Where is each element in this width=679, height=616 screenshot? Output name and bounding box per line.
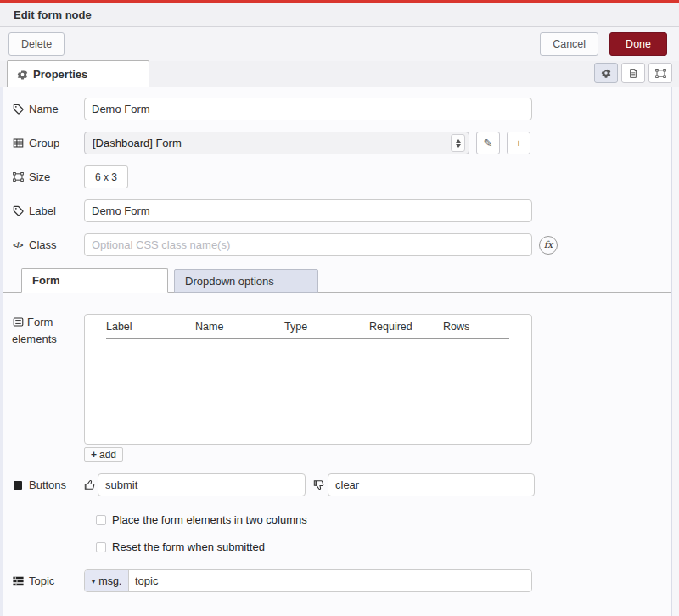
gear-icon bbox=[16, 69, 28, 80]
table-icon bbox=[12, 137, 24, 148]
code-icon: </> bbox=[12, 241, 24, 249]
group-selected-value: [Dashboard] Form bbox=[93, 137, 451, 149]
two-columns-option: Place the form elements in two columns bbox=[96, 513, 679, 526]
reset-form-option: Reset the form when submitted bbox=[96, 540, 679, 553]
list-icon bbox=[12, 316, 24, 328]
tab-properties[interactable]: Properties bbox=[7, 60, 149, 87]
topic-value-input[interactable] bbox=[129, 570, 531, 591]
column-header-name: Name bbox=[195, 321, 284, 333]
label-row: Label bbox=[0, 199, 679, 222]
chevron-down-icon: ▾ bbox=[92, 577, 96, 585]
form-elements-list[interactable]: Label Name Type Required Rows bbox=[84, 314, 532, 445]
dialog-header: Edit form node bbox=[0, 3, 679, 27]
name-row: Name bbox=[0, 98, 679, 120]
reset-form-label: Reset the form when submitted bbox=[112, 540, 265, 553]
tab-form-label: Form bbox=[32, 274, 60, 287]
clear-button-input[interactable] bbox=[328, 473, 535, 496]
name-label-cell: Name bbox=[0, 103, 84, 115]
appearance-icon-button[interactable] bbox=[648, 63, 672, 83]
topic-label: Topic bbox=[29, 574, 54, 587]
delete-button[interactable]: Delete bbox=[8, 32, 65, 56]
tasks-icon bbox=[12, 576, 24, 586]
topic-label-cell: Topic bbox=[0, 574, 84, 587]
editor-tab-bar: Properties bbox=[0, 61, 679, 87]
size-label: Size bbox=[29, 171, 50, 183]
description-icon-button[interactable] bbox=[621, 63, 645, 83]
vertical-scrollbar[interactable] bbox=[671, 87, 679, 616]
header-divider bbox=[106, 338, 509, 339]
column-header-required: Required bbox=[369, 321, 443, 333]
plus-icon: + bbox=[513, 137, 525, 149]
add-group-button[interactable]: + bbox=[507, 132, 530, 154]
editor-tab-tools bbox=[594, 63, 672, 83]
group-label-cell: Group bbox=[0, 137, 84, 149]
class-label: Class bbox=[29, 238, 57, 251]
dialog-button-bar: Delete Cancel Done bbox=[0, 27, 679, 61]
form-elements-header: Label Name Type Required Rows bbox=[85, 321, 531, 333]
two-columns-label: Place the form elements in two columns bbox=[112, 513, 307, 526]
cancel-button[interactable]: Cancel bbox=[540, 32, 598, 56]
group-label: Group bbox=[29, 137, 59, 149]
fx-badge[interactable]: fx bbox=[539, 236, 558, 255]
topic-typed-input: ▾ msg. bbox=[84, 569, 532, 592]
form-subtab-bar: Form Dropdown options bbox=[0, 268, 679, 293]
group-select[interactable]: [Dashboard] Form bbox=[84, 132, 469, 154]
thumbs-up-icon bbox=[84, 479, 97, 491]
tab-dropdown-options-label: Dropdown options bbox=[185, 275, 274, 288]
form-elements-row: Form elements Label Name Type Required R… bbox=[0, 314, 679, 445]
square-icon bbox=[12, 481, 24, 490]
class-row: </> Class fx bbox=[0, 233, 679, 256]
object-group-icon bbox=[654, 68, 666, 79]
gear-icon bbox=[600, 68, 612, 78]
label-label-cell: Label bbox=[0, 204, 84, 217]
add-element-label: add bbox=[99, 449, 116, 461]
submit-button-input[interactable] bbox=[98, 473, 306, 496]
column-header-label: Label bbox=[106, 321, 195, 333]
done-button[interactable]: Done bbox=[609, 32, 667, 56]
size-button[interactable]: 6 x 3 bbox=[84, 165, 128, 188]
tab-form[interactable]: Form bbox=[21, 268, 168, 293]
class-input[interactable] bbox=[84, 233, 532, 256]
buttons-label: Buttons bbox=[29, 479, 66, 491]
pencil-icon: ✎ bbox=[482, 137, 494, 149]
form-elements-label-cell: Form elements bbox=[0, 314, 84, 348]
column-header-rows: Rows bbox=[443, 321, 469, 333]
column-header-type: Type bbox=[284, 321, 369, 333]
label-label: Label bbox=[29, 204, 56, 217]
group-row: Group [Dashboard] Form ✎ + bbox=[0, 132, 679, 154]
tag-icon bbox=[12, 104, 24, 115]
plus-icon: + bbox=[91, 449, 97, 461]
size-row: Size 6 x 3 bbox=[0, 165, 679, 188]
left-edge-strip bbox=[0, 87, 3, 616]
topic-prefix-label: msg. bbox=[98, 575, 121, 587]
name-label: Name bbox=[29, 103, 59, 115]
tab-properties-label: Properties bbox=[33, 68, 87, 81]
class-label-cell: </> Class bbox=[0, 238, 84, 251]
buttons-label-cell: Buttons bbox=[0, 479, 84, 491]
object-group-icon bbox=[12, 171, 24, 182]
dialog-title: Edit form node bbox=[14, 8, 92, 21]
two-columns-checkbox[interactable] bbox=[96, 515, 106, 525]
properties-icon-button[interactable] bbox=[594, 63, 618, 83]
name-input[interactable] bbox=[84, 98, 532, 120]
reset-form-checkbox[interactable] bbox=[96, 542, 106, 552]
topic-row: Topic ▾ msg. bbox=[0, 569, 679, 592]
topic-type-select[interactable]: ▾ msg. bbox=[85, 570, 129, 591]
add-element-button[interactable]: + add bbox=[84, 447, 123, 462]
properties-panel: Name Group [Dashboard] Form ✎ + bbox=[0, 87, 679, 592]
select-stepper-icon bbox=[451, 134, 465, 152]
edit-group-button[interactable]: ✎ bbox=[476, 132, 500, 154]
tab-dropdown-options[interactable]: Dropdown options bbox=[174, 269, 318, 293]
size-label-cell: Size bbox=[0, 171, 84, 183]
tag-icon bbox=[12, 205, 24, 216]
thumbs-down-icon bbox=[313, 479, 326, 491]
buttons-row: Buttons bbox=[0, 473, 679, 496]
document-icon bbox=[627, 68, 639, 79]
label-input[interactable] bbox=[84, 199, 532, 222]
